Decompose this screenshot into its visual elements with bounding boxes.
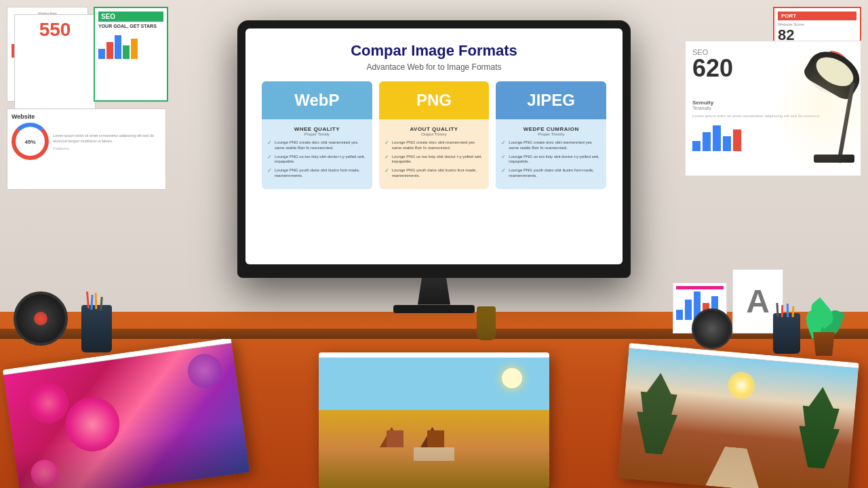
slide-content: Compar Image Formats Advantace Web for t… [262,42,606,251]
png-feature-text-2: Lounge PNG us too listy obit doctor t-y-… [392,155,484,165]
forest-image [618,348,859,488]
desert-path [414,447,454,461]
webp-quality-label: WHEE QUALITY [267,126,367,132]
pen-holder-left [81,305,112,352]
pen-r-3 [787,304,789,317]
desk-lamp [800,34,868,203]
bottom-poster-title: Website [12,113,161,120]
house-wall-2 [427,430,444,447]
jpeg-quality-sub: Proper Timerly [501,132,601,136]
check-icon-3: ✓ [267,167,272,174]
book-binding-center [319,352,549,358]
seo-number: 620 [692,56,733,81]
jpeg-body: WEDFE CUMRAION Proper Timerly ✓ Lounge P… [496,119,606,189]
port-badge: PORT [778,12,856,20]
png-column: PNG AVOUT QUALITY Output Timery ✓ Lounge… [379,81,490,189]
tree-left [633,371,681,456]
slide-subtitle: Advantace Web for to Image Formats [262,62,606,72]
monitor-base [393,305,475,313]
jpeg-quality-label: WEDFE CUMRAION [501,126,601,132]
s-bar-1 [692,141,701,151]
flower-2 [62,394,123,455]
plant-right [800,295,848,356]
webp-column: WebP WHEE QUALITY Proper Timely ✓ Lounge… [262,81,372,189]
tree-right [795,385,843,470]
book-image-center [319,358,549,488]
png-quality-sub: Output Timery [384,132,484,136]
jpeg-feature-1: ✓ Lounge PNG create dorc obit reamennted… [501,140,601,151]
bottom-poster-content: 45% Lorem ipsum dolor sit amet consectet… [12,123,161,160]
png-feature-text-3: Lounge PNG youth daire obit ilustro font… [392,168,484,179]
png-header: PNG [379,81,490,119]
monitor-screen: Compar Image Formats Advantace Web for t… [245,28,623,264]
pink-accent-bar [676,286,724,289]
check-icon-2: ✓ [267,154,272,161]
poster-features-label: Features [53,146,161,150]
png-feature-2: ✓ Lounge PNG us too listy obit doctor t-… [384,155,484,165]
png-body: AVOUT QUALITY Output Timery ✓ Lounge PNG… [379,119,490,189]
jpeg-header: JIPEG [496,81,606,119]
webp-body: WHEE QUALITY Proper Timely ✓ Lounge PNG … [262,119,372,189]
slide-title: Compar Image Formats [262,42,606,60]
forest-sun [727,371,756,400]
left-posters-area: SAFET Websites 550 Images SEO YOUR GOAL,… [0,0,176,325]
webp-header: WebP [262,81,372,119]
png-feature-text-1: Lounge PNG create dorc obit reamennted y… [392,140,484,151]
png-check-1: ✓ [384,140,389,146]
safety-poster: SAFET Websites 550 Images [7,7,88,102]
monitor-stand [414,278,454,305]
number-550: 550 [14,14,96,109]
bb-1 [676,310,683,320]
seo-top-left-poster: SEO YOUR GOAL, GET STARS [94,7,168,102]
bb-2 [685,300,692,320]
monitor-container: Compar Image Formats Advantace Web for t… [237,20,631,313]
seo-mini-bars [98,32,163,59]
jpeg-feature-text-1: Lounge PNG create dorc obit reamennted y… [509,140,601,151]
webp-feature-1: ✓ Lounge PNG create dorc obit reamennted… [267,140,367,151]
pen-2 [90,295,93,310]
photo-book-center [319,352,549,488]
seo-right-text: SEO 620 [692,48,733,81]
webp-feature-text-1: Lounge PNG create dorc obit reamennted y… [275,140,367,151]
s-bar-2 [703,132,711,151]
lamp-glow [773,41,868,176]
plant-pot [810,332,837,356]
pen-holder-right [773,313,800,354]
photo-book-right [618,343,859,488]
speaker-right [692,308,732,349]
speaker-left [14,291,68,346]
poster-text: Lorem ipsum dolor sit amet consectetur a… [53,132,161,150]
s-bar-5 [733,129,741,151]
jpeg-feature-text-2: Lounge PNG us too listy obit doctor t-y-… [509,155,601,165]
pie-chart: 45% [12,123,49,160]
jpeg-feature-2: ✓ Lounge PNG us too listy obit doctor t-… [501,155,601,165]
flower-4 [29,458,60,488]
webp-feature-2: ✓ Lounge PNG us too listy obit doctor t-… [267,155,367,165]
sun [502,368,522,388]
your-goal-title: YOUR GOAL, GET STARS [98,24,163,28]
s-bar-3 [713,125,721,151]
png-check-3: ✓ [384,167,389,174]
webp-feature-text-2: Lounge PNG us too listy obit doctor t-y-… [275,155,367,165]
bottom-left-poster: Website 45% Lorem ipsum dolor sit amet c… [7,108,166,190]
png-quality-label: AVOUT QUALITY [384,126,484,132]
house-wall-1 [387,430,403,447]
jpeg-check-2: ✓ [501,154,506,161]
book-image-right [618,348,859,488]
jpeg-column: JIPEG WEDFE CUMRAION Proper Timerly ✓ Lo… [496,81,606,189]
jpeg-feature-text-3: Lounge PNG youth daire obit ilustro font… [509,168,601,179]
mini-bar-5 [131,39,138,59]
desert-image [319,358,549,488]
mini-bar-1 [98,49,105,59]
seo-badge: SEO [98,12,163,22]
poster-text-lines: Lorem ipsum dolor sit amet consectetur a… [53,134,161,144]
jpeg-feature-3: ✓ Lounge PNG youth daire obit ilustro fo… [501,168,601,179]
pen-r-2 [781,305,784,317]
flower-3 [186,352,224,390]
mini-bar-4 [123,45,130,59]
pen-r-4 [792,306,795,317]
webp-feature-3: ✓ Lounge PNG youth daire obit ilustro fo… [267,168,367,179]
forest-path [705,445,763,488]
jpeg-check-3: ✓ [501,167,506,174]
png-feature-3: ✓ Lounge PNG youth daire obit ilustro fo… [384,168,484,179]
